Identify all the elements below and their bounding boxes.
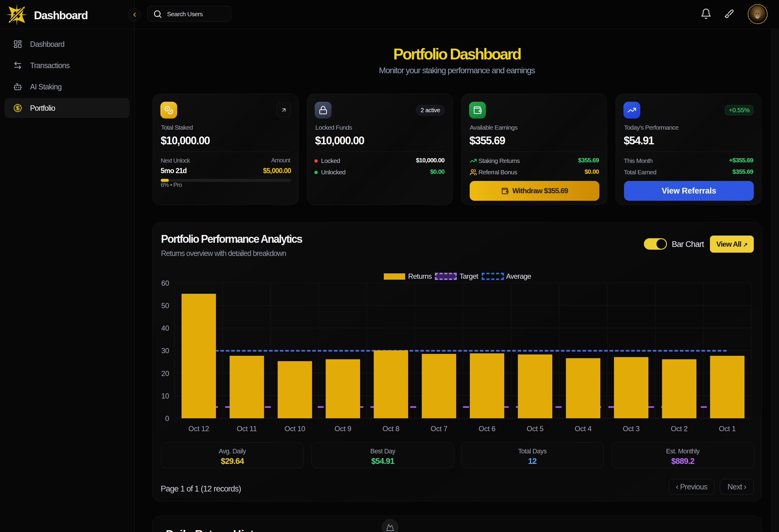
svg-text:Oct 5: Oct 5 [527,424,544,433]
svg-text:30: 30 [161,346,169,355]
svg-text:Oct 8: Oct 8 [382,424,400,433]
svg-text:Oct 1: Oct 1 [719,424,736,433]
svg-text:Oct 4: Oct 4 [575,424,592,433]
svg-text:Oct 9: Oct 9 [335,424,351,433]
svg-text:Oct 2: Oct 2 [671,424,688,433]
svg-text:0: 0 [165,414,169,422]
svg-text:Oct 10: Oct 10 [284,424,305,433]
svg-text:Oct 7: Oct 7 [431,424,447,433]
svg-text:Oct 12: Oct 12 [188,424,209,433]
svg-text:Oct 3: Oct 3 [623,424,640,433]
svg-text:20: 20 [161,370,169,378]
svg-text:60: 60 [161,279,169,287]
svg-text:40: 40 [161,324,169,332]
svg-text:Oct 6: Oct 6 [479,424,495,433]
svg-text:10: 10 [161,392,169,400]
svg-text:Oct 11: Oct 11 [237,424,257,433]
svg-text:50: 50 [161,302,169,310]
